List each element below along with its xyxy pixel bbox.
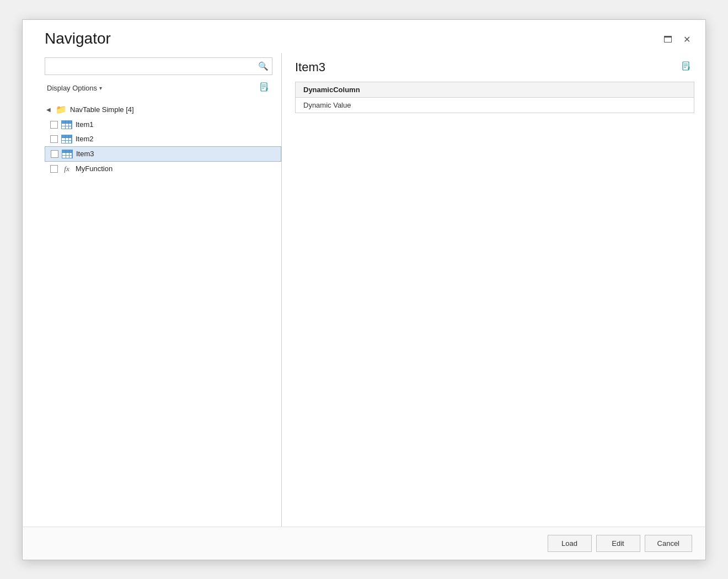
preview-table: DynamicColumn Dynamic Value xyxy=(295,82,694,113)
table-icon xyxy=(62,150,73,158)
search-button[interactable]: 🔍 xyxy=(254,58,272,75)
item3-label: Item3 xyxy=(76,150,94,158)
refresh-icon xyxy=(260,82,270,94)
display-options-button[interactable]: Display Options ▾ xyxy=(45,83,104,93)
footer: Load Edit Cancel xyxy=(23,527,705,560)
item2-label: Item2 xyxy=(76,135,94,143)
right-panel: Item3 xyxy=(282,53,705,527)
toolbar-row: Display Options ▾ xyxy=(23,78,281,99)
search-bar: 🔍 xyxy=(45,57,272,75)
preview-refresh-button[interactable] xyxy=(679,60,694,75)
table-icon xyxy=(61,120,72,129)
tree-container: ◀ 📁 NavTable Simple [4] xyxy=(23,99,281,527)
item1-label: Item1 xyxy=(76,120,94,129)
tree-children: Item1 Item xyxy=(34,118,281,176)
navigator-dialog: Navigator 🗖 ✕ 🔍 Display Options ▾ xyxy=(22,19,706,560)
left-panel: 🔍 Display Options ▾ xyxy=(23,53,282,527)
load-button[interactable]: Load xyxy=(548,535,592,552)
preview-refresh-icon xyxy=(682,61,692,73)
cell-dynamic-value: Dynamic Value xyxy=(296,97,694,113)
title-bar: Navigator 🗖 ✕ xyxy=(23,20,705,53)
table-row: Dynamic Value xyxy=(296,97,694,113)
tree-folder-navtable[interactable]: ◀ 📁 NavTable Simple [4] xyxy=(34,102,281,118)
edit-button[interactable]: Edit xyxy=(596,535,640,552)
content-area: 🔍 Display Options ▾ xyxy=(23,53,705,527)
myfunction-checkbox[interactable] xyxy=(50,165,58,173)
tree-item-item3[interactable]: Item3 xyxy=(45,146,281,162)
item1-checkbox[interactable] xyxy=(50,121,58,129)
chevron-down-icon: ▾ xyxy=(99,85,102,91)
cancel-button[interactable]: Cancel xyxy=(645,535,692,552)
folder-icon: 📁 xyxy=(56,104,67,115)
search-input[interactable] xyxy=(45,59,254,73)
close-button[interactable]: ✕ xyxy=(679,32,694,47)
column-header-dynamiccolumn: DynamicColumn xyxy=(296,82,694,97)
preview-header: Item3 xyxy=(295,60,694,75)
tree-item-item1[interactable]: Item1 xyxy=(45,118,281,132)
left-refresh-button[interactable] xyxy=(257,81,272,96)
function-icon: fx xyxy=(61,164,72,173)
search-icon: 🔍 xyxy=(258,61,269,71)
item3-checkbox[interactable] xyxy=(51,150,58,158)
collapse-icon: ◀ xyxy=(45,107,52,113)
item2-checkbox[interactable] xyxy=(50,135,58,143)
display-options-label: Display Options xyxy=(47,84,97,92)
tree-item-item2[interactable]: Item2 xyxy=(45,132,281,146)
table-icon xyxy=(61,135,72,144)
tree-item-myfunction[interactable]: fx MyFunction xyxy=(45,162,281,176)
minimize-button[interactable]: 🗖 xyxy=(660,32,676,47)
myfunction-label: MyFunction xyxy=(76,164,113,173)
folder-label: NavTable Simple [4] xyxy=(70,105,134,114)
window-controls: 🗖 ✕ xyxy=(660,32,694,47)
tree-root: ◀ 📁 NavTable Simple [4] xyxy=(23,102,281,176)
preview-title: Item3 xyxy=(295,60,325,75)
dialog-title: Navigator xyxy=(45,30,111,47)
